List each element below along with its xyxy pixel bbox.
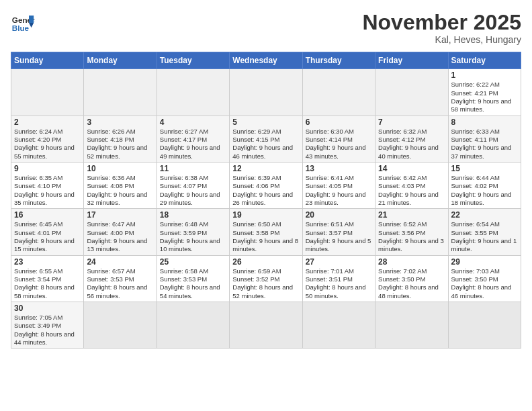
day-number: 25 — [160, 257, 226, 267]
day-number: 11 — [160, 164, 226, 173]
day-number: 24 — [87, 257, 153, 267]
day-number: 1 — [451, 71, 518, 80]
day-number: 3 — [87, 118, 153, 127]
calendar-day-cell — [230, 302, 302, 349]
month-title: November 2025 — [362, 11, 521, 34]
day-sun-info: Sunrise: 6:29 AMSunset: 4:15 PMDaylight:… — [232, 128, 299, 161]
day-number: 19 — [232, 210, 299, 220]
calendar-day-cell: 28Sunrise: 7:02 AMSunset: 3:50 PMDayligh… — [375, 255, 448, 302]
day-number: 14 — [378, 164, 445, 173]
calendar-week-row: 16Sunrise: 6:45 AMSunset: 4:01 PMDayligh… — [11, 209, 521, 255]
title-block: November 2025 Kal, Heves, Hungary — [362, 11, 521, 45]
weekday-header-friday: Friday — [375, 52, 448, 69]
day-sun-info: Sunrise: 6:50 AMSunset: 3:58 PMDaylight:… — [232, 220, 299, 253]
header: General Blue November 2025 Kal, Heves, H… — [11, 11, 521, 45]
day-sun-info: Sunrise: 6:54 AMSunset: 3:55 PMDaylight:… — [451, 220, 518, 253]
calendar-day-cell: 2Sunrise: 6:24 AMSunset: 4:20 PMDaylight… — [11, 116, 84, 162]
calendar-day-cell — [448, 302, 521, 349]
calendar-day-cell: 13Sunrise: 6:41 AMSunset: 4:05 PMDayligh… — [302, 162, 375, 208]
day-sun-info: Sunrise: 6:22 AMSunset: 4:21 PMDaylight:… — [451, 81, 518, 113]
calendar-week-row: 23Sunrise: 6:55 AMSunset: 3:54 PMDayligh… — [11, 255, 521, 302]
day-number: 27 — [306, 257, 372, 267]
calendar-week-row: 30Sunrise: 7:05 AMSunset: 3:49 PMDayligh… — [11, 302, 521, 349]
calendar-day-cell: 3Sunrise: 6:26 AMSunset: 4:18 PMDaylight… — [84, 116, 157, 162]
calendar-day-cell — [375, 302, 448, 349]
calendar-day-cell — [11, 69, 84, 116]
calendar-day-cell: 20Sunrise: 6:51 AMSunset: 3:57 PMDayligh… — [302, 209, 375, 255]
day-sun-info: Sunrise: 6:48 AMSunset: 3:59 PMDaylight:… — [160, 220, 226, 253]
calendar-day-cell: 19Sunrise: 6:50 AMSunset: 3:58 PMDayligh… — [230, 209, 302, 255]
calendar-day-cell — [157, 302, 229, 349]
page: General Blue November 2025 Kal, Heves, H… — [0, 0, 532, 411]
calendar-day-cell: 26Sunrise: 6:59 AMSunset: 3:52 PMDayligh… — [230, 255, 302, 302]
day-sun-info: Sunrise: 6:51 AMSunset: 3:57 PMDaylight:… — [306, 220, 372, 253]
day-sun-info: Sunrise: 6:44 AMSunset: 4:02 PMDaylight:… — [451, 174, 518, 207]
calendar-day-cell — [302, 302, 375, 349]
day-number: 15 — [451, 164, 518, 173]
day-sun-info: Sunrise: 6:58 AMSunset: 3:53 PMDaylight:… — [160, 267, 226, 300]
calendar-day-cell: 22Sunrise: 6:54 AMSunset: 3:55 PMDayligh… — [448, 209, 521, 255]
logo: General Blue — [11, 11, 35, 35]
day-sun-info: Sunrise: 6:39 AMSunset: 4:06 PMDaylight:… — [232, 174, 299, 207]
day-number: 5 — [232, 118, 299, 127]
day-sun-info: Sunrise: 6:59 AMSunset: 3:52 PMDaylight:… — [232, 267, 299, 300]
calendar-day-cell: 12Sunrise: 6:39 AMSunset: 4:06 PMDayligh… — [230, 162, 302, 208]
day-sun-info: Sunrise: 7:05 AMSunset: 3:49 PMDaylight:… — [14, 314, 81, 347]
day-number: 20 — [306, 210, 372, 220]
logo-icon: General Blue — [11, 11, 35, 35]
calendar-day-cell — [84, 302, 157, 349]
calendar-week-row: 2Sunrise: 6:24 AMSunset: 4:20 PMDaylight… — [11, 116, 521, 162]
day-sun-info: Sunrise: 6:42 AMSunset: 4:03 PMDaylight:… — [378, 174, 445, 207]
day-sun-info: Sunrise: 6:45 AMSunset: 4:01 PMDaylight:… — [14, 220, 81, 253]
day-sun-info: Sunrise: 6:52 AMSunset: 3:56 PMDaylight:… — [378, 220, 445, 253]
day-number: 22 — [451, 210, 518, 220]
day-number: 9 — [14, 164, 81, 173]
day-number: 18 — [160, 210, 226, 220]
calendar-day-cell: 8Sunrise: 6:33 AMSunset: 4:11 PMDaylight… — [448, 116, 521, 162]
day-sun-info: Sunrise: 6:55 AMSunset: 3:54 PMDaylight:… — [14, 267, 81, 300]
weekday-header-tuesday: Tuesday — [157, 52, 229, 69]
day-sun-info: Sunrise: 7:02 AMSunset: 3:50 PMDaylight:… — [378, 267, 445, 300]
calendar-day-cell: 10Sunrise: 6:36 AMSunset: 4:08 PMDayligh… — [84, 162, 157, 208]
calendar-day-cell: 27Sunrise: 7:01 AMSunset: 3:51 PMDayligh… — [302, 255, 375, 302]
day-number: 13 — [306, 164, 372, 173]
day-sun-info: Sunrise: 6:33 AMSunset: 4:11 PMDaylight:… — [451, 128, 518, 161]
calendar-table: SundayMondayTuesdayWednesdayThursdayFrid… — [11, 52, 521, 349]
weekday-header-wednesday: Wednesday — [230, 52, 302, 69]
day-sun-info: Sunrise: 6:32 AMSunset: 4:12 PMDaylight:… — [378, 128, 445, 161]
day-number: 16 — [14, 210, 81, 220]
day-number: 4 — [160, 118, 226, 127]
svg-marker-3 — [29, 23, 34, 28]
calendar-day-cell — [230, 69, 302, 116]
weekday-header-sunday: Sunday — [11, 52, 84, 69]
weekday-header-row: SundayMondayTuesdayWednesdayThursdayFrid… — [11, 52, 521, 69]
calendar-day-cell: 17Sunrise: 6:47 AMSunset: 4:00 PMDayligh… — [84, 209, 157, 255]
weekday-header-monday: Monday — [84, 52, 157, 69]
calendar-day-cell: 14Sunrise: 6:42 AMSunset: 4:03 PMDayligh… — [375, 162, 448, 208]
day-number: 6 — [306, 118, 372, 127]
day-sun-info: Sunrise: 6:24 AMSunset: 4:20 PMDaylight:… — [14, 128, 81, 161]
calendar-day-cell: 9Sunrise: 6:35 AMSunset: 4:10 PMDaylight… — [11, 162, 84, 208]
calendar-day-cell: 16Sunrise: 6:45 AMSunset: 4:01 PMDayligh… — [11, 209, 84, 255]
day-sun-info: Sunrise: 6:47 AMSunset: 4:00 PMDaylight:… — [87, 220, 153, 253]
day-number: 17 — [87, 210, 153, 220]
day-sun-info: Sunrise: 6:30 AMSunset: 4:14 PMDaylight:… — [306, 128, 372, 161]
calendar-day-cell: 25Sunrise: 6:58 AMSunset: 3:53 PMDayligh… — [157, 255, 229, 302]
day-sun-info: Sunrise: 7:03 AMSunset: 3:50 PMDaylight:… — [451, 267, 518, 300]
day-number: 23 — [14, 257, 81, 267]
day-number: 7 — [378, 118, 445, 127]
calendar-week-row: 1Sunrise: 6:22 AMSunset: 4:21 PMDaylight… — [11, 69, 521, 116]
day-sun-info: Sunrise: 6:36 AMSunset: 4:08 PMDaylight:… — [87, 174, 153, 207]
day-sun-info: Sunrise: 7:01 AMSunset: 3:51 PMDaylight:… — [306, 267, 372, 300]
svg-text:Blue: Blue — [12, 24, 30, 32]
day-number: 26 — [232, 257, 299, 267]
calendar-day-cell — [302, 69, 375, 116]
day-number: 8 — [451, 118, 518, 127]
calendar-day-cell: 11Sunrise: 6:38 AMSunset: 4:07 PMDayligh… — [157, 162, 229, 208]
calendar-day-cell: 29Sunrise: 7:03 AMSunset: 3:50 PMDayligh… — [448, 255, 521, 302]
calendar-day-cell — [375, 69, 448, 116]
day-number: 10 — [87, 164, 153, 173]
day-sun-info: Sunrise: 6:57 AMSunset: 3:53 PMDaylight:… — [87, 267, 153, 300]
calendar-day-cell: 1Sunrise: 6:22 AMSunset: 4:21 PMDaylight… — [448, 69, 521, 116]
calendar-day-cell: 30Sunrise: 7:05 AMSunset: 3:49 PMDayligh… — [11, 302, 84, 349]
